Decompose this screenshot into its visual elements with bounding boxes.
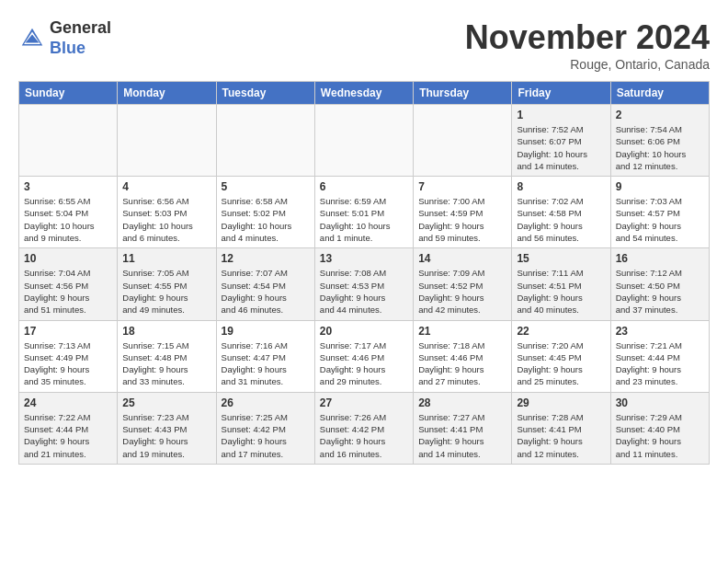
day-info: Sunrise: 7:28 AM Sunset: 4:41 PM Dayligh… [517,411,605,460]
weekday-header-friday: Friday [512,82,610,105]
day-number: 28 [418,396,506,409]
calendar-cell: 15Sunrise: 7:11 AM Sunset: 4:51 PM Dayli… [512,248,610,320]
day-number: 17 [24,325,112,338]
day-number: 12 [222,252,310,265]
day-number: 10 [24,252,112,265]
day-number: 6 [320,180,408,193]
day-info: Sunrise: 7:04 AM Sunset: 4:56 PM Dayligh… [24,267,112,316]
day-number: 19 [222,325,310,338]
calendar-week-3: 10Sunrise: 7:04 AM Sunset: 4:56 PM Dayli… [19,248,710,320]
day-info: Sunrise: 7:12 AM Sunset: 4:50 PM Dayligh… [616,267,704,316]
calendar-cell: 18Sunrise: 7:15 AM Sunset: 4:48 PM Dayli… [118,320,216,392]
day-info: Sunrise: 7:07 AM Sunset: 4:54 PM Dayligh… [222,267,310,316]
day-info: Sunrise: 7:29 AM Sunset: 4:40 PM Dayligh… [616,411,704,460]
calendar-cell: 9Sunrise: 7:03 AM Sunset: 4:57 PM Daylig… [610,177,709,248]
day-info: Sunrise: 7:20 AM Sunset: 4:45 PM Dayligh… [517,339,605,388]
day-number: 29 [517,396,605,409]
calendar-cell: 21Sunrise: 7:18 AM Sunset: 4:46 PM Dayli… [414,320,512,392]
day-info: Sunrise: 7:08 AM Sunset: 4:53 PM Dayligh… [320,267,408,316]
calendar-cell: 12Sunrise: 7:07 AM Sunset: 4:54 PM Dayli… [216,248,314,320]
day-info: Sunrise: 7:18 AM Sunset: 4:46 PM Dayligh… [418,339,506,388]
title-block: November 2024 Rouge, Ontario, Canada [465,18,710,72]
calendar-cell: 26Sunrise: 7:25 AM Sunset: 4:42 PM Dayli… [216,392,314,464]
calendar-cell: 27Sunrise: 7:26 AM Sunset: 4:42 PM Dayli… [314,392,413,464]
calendar: SundayMondayTuesdayWednesdayThursdayFrid… [18,81,710,465]
calendar-cell: 1Sunrise: 7:52 AM Sunset: 6:07 PM Daylig… [512,105,610,177]
calendar-week-2: 3Sunrise: 6:55 AM Sunset: 5:04 PM Daylig… [19,177,710,248]
weekday-header-row: SundayMondayTuesdayWednesdayThursdayFrid… [19,82,710,105]
day-number: 22 [517,325,605,338]
day-info: Sunrise: 6:58 AM Sunset: 5:02 PM Dayligh… [222,195,310,244]
weekday-header-saturday: Saturday [610,82,709,105]
calendar-cell: 8Sunrise: 7:02 AM Sunset: 4:58 PM Daylig… [512,177,610,248]
calendar-cell: 4Sunrise: 6:56 AM Sunset: 5:03 PM Daylig… [118,177,216,248]
day-info: Sunrise: 7:09 AM Sunset: 4:52 PM Dayligh… [418,267,506,316]
day-info: Sunrise: 7:54 AM Sunset: 6:06 PM Dayligh… [616,123,704,172]
calendar-cell: 30Sunrise: 7:29 AM Sunset: 4:40 PM Dayli… [610,392,709,464]
calendar-cell: 22Sunrise: 7:20 AM Sunset: 4:45 PM Dayli… [512,320,610,392]
weekday-header-sunday: Sunday [19,82,118,105]
calendar-cell: 16Sunrise: 7:12 AM Sunset: 4:50 PM Dayli… [610,248,709,320]
day-info: Sunrise: 7:17 AM Sunset: 4:46 PM Dayligh… [320,339,408,388]
day-number: 3 [24,180,112,193]
day-number: 5 [222,180,310,193]
calendar-week-4: 17Sunrise: 7:13 AM Sunset: 4:49 PM Dayli… [19,320,710,392]
calendar-cell: 25Sunrise: 7:23 AM Sunset: 4:43 PM Dayli… [118,392,216,464]
calendar-cell: 29Sunrise: 7:28 AM Sunset: 4:41 PM Dayli… [512,392,610,464]
calendar-cell [414,105,512,177]
day-info: Sunrise: 7:52 AM Sunset: 6:07 PM Dayligh… [517,123,605,172]
day-info: Sunrise: 7:15 AM Sunset: 4:48 PM Dayligh… [122,339,210,388]
calendar-cell: 11Sunrise: 7:05 AM Sunset: 4:55 PM Dayli… [118,248,216,320]
location: Rouge, Ontario, Canada [465,57,710,72]
calendar-cell: 2Sunrise: 7:54 AM Sunset: 6:06 PM Daylig… [610,105,709,177]
calendar-cell: 7Sunrise: 7:00 AM Sunset: 4:59 PM Daylig… [414,177,512,248]
day-number: 13 [320,252,408,265]
logo-icon [18,25,46,52]
day-info: Sunrise: 7:22 AM Sunset: 4:44 PM Dayligh… [24,411,112,460]
weekday-header-thursday: Thursday [414,82,512,105]
day-number: 2 [616,109,704,121]
calendar-cell: 20Sunrise: 7:17 AM Sunset: 4:46 PM Dayli… [314,320,413,392]
day-number: 8 [517,180,605,193]
day-info: Sunrise: 6:59 AM Sunset: 5:01 PM Dayligh… [320,195,408,244]
calendar-cell [216,105,314,177]
day-info: Sunrise: 7:16 AM Sunset: 4:47 PM Dayligh… [222,339,310,388]
weekday-header-wednesday: Wednesday [314,82,413,105]
calendar-cell: 13Sunrise: 7:08 AM Sunset: 4:53 PM Dayli… [314,248,413,320]
calendar-cell [19,105,118,177]
day-info: Sunrise: 7:11 AM Sunset: 4:51 PM Dayligh… [517,267,605,316]
calendar-week-1: 1Sunrise: 7:52 AM Sunset: 6:07 PM Daylig… [19,105,710,177]
day-number: 11 [122,252,210,265]
day-number: 21 [418,325,506,338]
calendar-cell [118,105,216,177]
logo: General Blue [18,18,111,58]
day-number: 30 [616,396,704,409]
day-number: 25 [122,396,210,409]
weekday-header-tuesday: Tuesday [216,82,314,105]
calendar-cell: 5Sunrise: 6:58 AM Sunset: 5:02 PM Daylig… [216,177,314,248]
month-title: November 2024 [465,18,710,57]
weekday-header-monday: Monday [118,82,216,105]
page-header: General Blue November 2024 Rouge, Ontari… [18,18,710,72]
calendar-cell [314,105,413,177]
calendar-cell: 6Sunrise: 6:59 AM Sunset: 5:01 PM Daylig… [314,177,413,248]
calendar-cell: 14Sunrise: 7:09 AM Sunset: 4:52 PM Dayli… [414,248,512,320]
day-number: 1 [517,109,605,121]
logo-text: General Blue [50,18,111,58]
day-number: 27 [320,396,408,409]
day-number: 26 [222,396,310,409]
day-info: Sunrise: 7:03 AM Sunset: 4:57 PM Dayligh… [616,195,704,244]
day-info: Sunrise: 7:26 AM Sunset: 4:42 PM Dayligh… [320,411,408,460]
day-info: Sunrise: 7:23 AM Sunset: 4:43 PM Dayligh… [122,411,210,460]
calendar-cell: 17Sunrise: 7:13 AM Sunset: 4:49 PM Dayli… [19,320,118,392]
day-info: Sunrise: 7:13 AM Sunset: 4:49 PM Dayligh… [24,339,112,388]
calendar-cell: 23Sunrise: 7:21 AM Sunset: 4:44 PM Dayli… [610,320,709,392]
day-number: 7 [418,180,506,193]
day-info: Sunrise: 7:05 AM Sunset: 4:55 PM Dayligh… [122,267,210,316]
day-number: 14 [418,252,506,265]
day-number: 24 [24,396,112,409]
calendar-cell: 19Sunrise: 7:16 AM Sunset: 4:47 PM Dayli… [216,320,314,392]
day-number: 20 [320,325,408,338]
day-number: 23 [616,325,704,338]
calendar-cell: 28Sunrise: 7:27 AM Sunset: 4:41 PM Dayli… [414,392,512,464]
